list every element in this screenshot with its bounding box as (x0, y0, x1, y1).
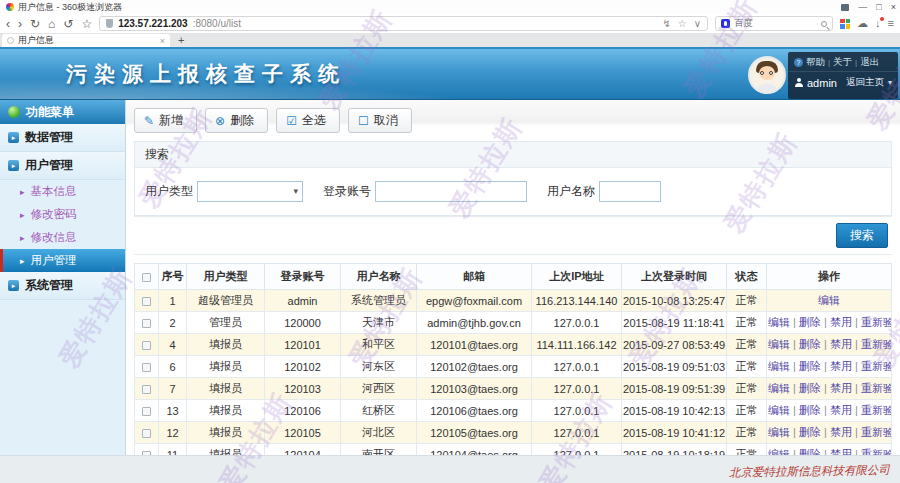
sidebar-item-user-management[interactable]: 用户管理 (0, 249, 125, 272)
operation-link[interactable]: 禁用 (830, 360, 852, 372)
table-row[interactable]: 13 填报员 120106 红桥区 120106@taes.org 127.0.… (135, 400, 892, 422)
home-link[interactable]: 返回主页 (846, 76, 884, 89)
operation-link[interactable]: 编辑 (768, 426, 790, 438)
op-separator: | (790, 404, 799, 416)
table-row[interactable]: 6 填报员 120102 河东区 120102@taes.org 127.0.0… (135, 356, 892, 378)
cell-no: 6 (159, 356, 187, 378)
column-header: 登录账号 (265, 264, 341, 290)
operation-link[interactable]: 删除 (799, 426, 821, 438)
address-bar[interactable]: 123.57.221.203:8080/u/list ↯ ☆ ∨ (99, 16, 708, 31)
forward-icon[interactable]: › (18, 18, 22, 30)
operation-link[interactable]: 删除 (799, 360, 821, 372)
sidebar: 功能菜单 数据管理 用户管理 (0, 100, 126, 455)
operation-link[interactable]: 重新验证 (861, 316, 892, 328)
operation-link[interactable]: 编辑 (768, 404, 790, 416)
select-all-button[interactable]: ☑ 全选 (276, 108, 340, 133)
home-icon[interactable]: ⌂ (48, 18, 55, 30)
operation-link[interactable]: 编辑 (768, 338, 790, 350)
row-checkbox[interactable] (142, 297, 151, 306)
cell-operations: 编辑 | 删除 | 禁用 | 重新验证 (767, 422, 892, 444)
favorite-icon[interactable]: ☆ (81, 18, 92, 30)
operation-link[interactable]: 编辑 (818, 294, 840, 306)
sidebar-item-user-management-group[interactable]: 用户管理 (0, 152, 125, 180)
table-row[interactable]: 7 填报员 120103 河西区 120103@taes.org 127.0.0… (135, 378, 892, 400)
maximize-icon[interactable]: □ (876, 2, 881, 12)
table-row[interactable]: 12 填报员 120105 河北区 120105@taes.org 127.0.… (135, 422, 892, 444)
sidebar-item-data-management[interactable]: 数据管理 (0, 124, 125, 152)
minimize-icon[interactable]: — (858, 2, 867, 12)
sidebar-item-basic-info[interactable]: 基本信息 (0, 180, 125, 203)
refresh-icon[interactable]: ↻ (30, 18, 40, 30)
op-separator: | (821, 338, 830, 350)
op-separator: | (790, 382, 799, 394)
close-icon[interactable]: × (891, 2, 896, 12)
row-checkbox[interactable] (142, 341, 151, 350)
operation-link[interactable]: 禁用 (830, 426, 852, 438)
operation-link[interactable]: 禁用 (830, 316, 852, 328)
login-account-input[interactable] (375, 181, 527, 202)
table-row[interactable]: 1 超级管理员 admin 系统管理员 epgw@foxmail.com 116… (135, 290, 892, 312)
operation-link[interactable]: 删除 (799, 404, 821, 416)
delete-button[interactable]: ⊗ 删除 (205, 108, 268, 133)
sidebar-item-change-password[interactable]: 修改密码 (0, 203, 125, 226)
tab-favicon-icon (7, 37, 14, 44)
row-checkbox[interactable] (142, 319, 151, 328)
operation-link[interactable]: 删除 (799, 382, 821, 394)
url-host: 123.57.221.203 (118, 18, 188, 29)
add-button[interactable]: ✎ 新增 (134, 108, 197, 133)
cell-user-name: 河北区 (341, 422, 417, 444)
search-engine-box[interactable]: 百度 (715, 16, 833, 31)
row-checkbox[interactable] (142, 363, 151, 372)
browser-skin-icon[interactable] (841, 4, 849, 11)
operation-link[interactable]: 编辑 (768, 360, 790, 372)
button-label: 取消 (374, 112, 398, 129)
operation-link[interactable]: 编辑 (768, 382, 790, 394)
operation-link[interactable]: 重新验证 (861, 382, 892, 394)
caret-down-icon[interactable]: ▾ (888, 78, 892, 87)
apps-grid-icon[interactable] (840, 19, 850, 29)
logout-link[interactable]: 退出 (860, 56, 879, 69)
operation-link[interactable]: 禁用 (830, 382, 852, 394)
search-icon[interactable] (821, 21, 827, 27)
sidebar-item-modify-info[interactable]: 修改信息 (0, 226, 125, 249)
sidebar-item-label: 修改密码 (31, 207, 77, 222)
header-checkbox[interactable] (142, 273, 151, 282)
cell-email: 120101@taes.org (417, 334, 532, 356)
operation-link[interactable]: 删除 (799, 338, 821, 350)
history-icon[interactable]: ↺ (63, 18, 73, 30)
menu-icon[interactable]: ≡ (888, 18, 894, 29)
user-type-select[interactable]: ▾ (197, 181, 303, 202)
operation-link[interactable]: 禁用 (830, 404, 852, 416)
help-link[interactable]: 帮助 (806, 56, 825, 69)
row-checkbox[interactable] (142, 407, 151, 416)
operation-link[interactable]: 编辑 (768, 316, 790, 328)
back-icon[interactable]: ‹ (6, 18, 10, 30)
table-row[interactable]: 2 管理员 120000 天津市 admin@tjhb.gov.cn 127.0… (135, 312, 892, 334)
cell-no: 4 (159, 334, 187, 356)
search-button[interactable]: 搜索 (836, 223, 888, 248)
tab-user-info[interactable]: 用户信息 × (2, 34, 170, 47)
flash-icon[interactable]: ↯ (662, 18, 670, 29)
table-row[interactable]: 4 填报员 120101 和平区 120101@taes.org 114.111… (135, 334, 892, 356)
tab-close-icon[interactable]: × (160, 36, 165, 46)
operation-link[interactable]: 重新验证 (861, 426, 892, 438)
row-checkbox[interactable] (142, 429, 151, 438)
cloud-icon[interactable]: ☁ (857, 18, 868, 29)
operation-link[interactable]: 重新验证 (861, 338, 892, 350)
about-link[interactable]: 关于 (833, 56, 852, 69)
sidebar-item-system-management[interactable]: 系统管理 (0, 272, 125, 300)
download-icon[interactable]: ↓ (875, 18, 881, 29)
chevron-down-icon[interactable]: ∨ (694, 18, 701, 29)
user-name-input[interactable] (599, 181, 661, 202)
header-checkbox-cell (135, 264, 159, 290)
operation-link[interactable]: 禁用 (830, 338, 852, 350)
new-tab-button[interactable]: + (178, 34, 184, 47)
operation-link[interactable]: 删除 (799, 316, 821, 328)
cancel-button[interactable]: ☐ 取消 (348, 108, 412, 133)
op-separator: | (821, 360, 830, 372)
operation-link[interactable]: 重新验证 (861, 360, 892, 372)
row-checkbox[interactable] (142, 385, 151, 394)
operation-link[interactable]: 重新验证 (861, 404, 892, 416)
cell-user-name: 天津市 (341, 312, 417, 334)
bookmark-star-icon[interactable]: ☆ (678, 18, 687, 29)
